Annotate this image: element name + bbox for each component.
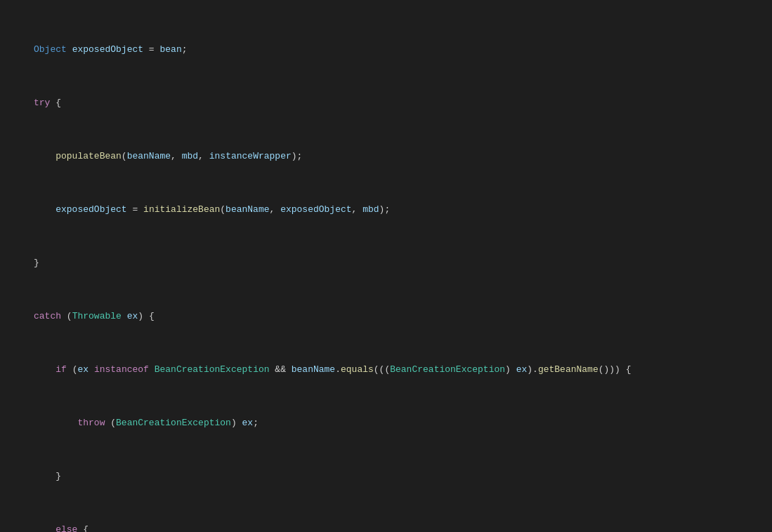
line-2: try { (0, 96, 772, 109)
line-8: throw (BeanCreationException) ex; (0, 416, 772, 430)
line-3: populateBean(beanName, mbd, instanceWrap… (0, 149, 772, 163)
line-5: } (0, 256, 772, 270)
line-9: } (0, 470, 772, 483)
line-7: if (ex instanceof BeanCreationException … (0, 363, 772, 376)
line-10: else { (0, 523, 772, 532)
line-1: Object exposedObject = bean; (0, 43, 772, 56)
code-content: Object exposedObject = bean; try { popul… (0, 0, 772, 532)
code-editor[interactable]: Object exposedObject = bean; try { popul… (0, 0, 772, 532)
line-6: catch (Throwable ex) { (0, 310, 772, 323)
line-4: exposedObject = initializeBean(beanName,… (0, 203, 772, 216)
